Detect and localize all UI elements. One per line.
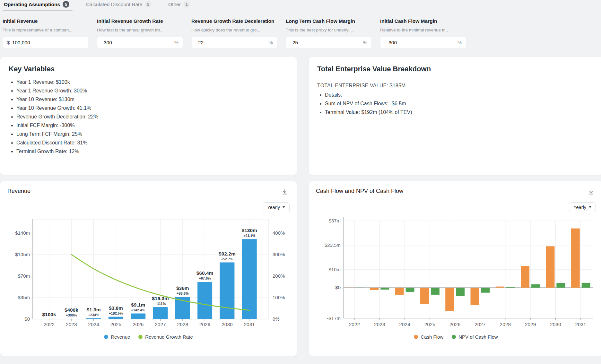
chevron-down-icon: [589, 206, 591, 208]
legend-color-dot: [452, 335, 456, 339]
assumption-input[interactable]: 300 %: [97, 37, 183, 48]
key-variable-item: Year 1 Revenue Growth: 300%: [16, 86, 288, 95]
period-select[interactable]: Yearly: [263, 202, 290, 212]
svg-text:2028: 2028: [177, 322, 188, 327]
assumption-input[interactable]: $ 100,000: [3, 37, 89, 48]
period-select[interactable]: Yearly: [569, 202, 596, 212]
tev-details-list: Details:Sum of NPV of Cash Flows: -$6.5m…: [325, 91, 595, 117]
assumption-value: 300: [104, 40, 112, 46]
legend-label: Cash Flow: [421, 334, 443, 340]
svg-text:2025: 2025: [110, 322, 121, 327]
key-variable-item: Long Term FCF Margin: 25%: [16, 130, 288, 138]
period-label: Yearly: [267, 205, 280, 210]
svg-text:2023: 2023: [66, 322, 77, 327]
assumption-description: This is the best proxy for underlyi...: [286, 28, 372, 32]
cashflow-chart-card: Cash Flow and NPV of Cash Flow Yearly 20…: [309, 181, 601, 356]
key-variables-list: Year 1 Revenue: $100kYear 1 Revenue Grow…: [16, 78, 288, 156]
svg-text:+67.6%: +67.6%: [199, 276, 211, 280]
tab-count-badge: 5: [145, 1, 152, 8]
svg-text:+111%: +111%: [155, 302, 166, 306]
revenue-chart-canvas[interactable]: 2022202320242025202620272028202920302031…: [7, 215, 290, 330]
tab-label: Calculated Discount Rate: [86, 2, 142, 7]
period-label: Yearly: [573, 205, 586, 210]
svg-text:$100k: $100k: [42, 312, 56, 317]
svg-text:2030: 2030: [222, 322, 233, 327]
svg-text:+182.5%: +182.5%: [109, 311, 123, 315]
legend-item[interactable]: Cash Flow: [414, 334, 443, 340]
tab-operating-assumptions[interactable]: Operating Assumptions 5: [3, 1, 71, 11]
assumption-input[interactable]: -300 %: [380, 37, 466, 48]
svg-text:0%: 0%: [273, 316, 280, 322]
assumption-input[interactable]: 25 %: [286, 37, 372, 48]
key-variable-item: Revenue Growth Deceleration: 22%: [16, 112, 288, 121]
cards-grid: Key Variables Year 1 Revenue: $100kYear …: [0, 57, 601, 356]
tab-count-badge: 5: [63, 1, 69, 8]
svg-text:+142.4%: +142.4%: [131, 308, 145, 312]
assumption-label: Initial Revenue Growth Rate: [97, 18, 183, 24]
chart-title: Revenue: [7, 188, 290, 195]
svg-text:2026: 2026: [449, 322, 460, 327]
download-icon[interactable]: [281, 188, 289, 196]
unit-suffix: %: [269, 40, 273, 45]
legend-color-dot: [138, 335, 143, 339]
legend-item[interactable]: Revenue Growth Rate: [138, 334, 193, 340]
svg-text:$1.3m: $1.3m: [87, 307, 101, 312]
assumption-input[interactable]: 22 %: [191, 37, 277, 48]
key-variable-item: Year 10 Revenue: $130m: [16, 95, 288, 104]
assumption-field: Initial Revenue Growth Rate How fast is …: [97, 18, 183, 48]
svg-text:+234%: +234%: [88, 313, 99, 317]
legend-label: Revenue Growth Rate: [145, 334, 193, 340]
svg-text:2029: 2029: [199, 322, 210, 327]
svg-text:+52.7%: +52.7%: [221, 257, 233, 261]
legend-item[interactable]: Revenue: [104, 334, 130, 340]
currency-prefix: $: [7, 40, 10, 46]
tab-label: Operating Assumptions: [4, 2, 60, 7]
assumption-label: Initial Cash Flow Margin: [380, 18, 466, 24]
svg-text:2022: 2022: [349, 322, 360, 327]
svg-text:2027: 2027: [155, 322, 166, 327]
svg-text:+41.1%: +41.1%: [243, 234, 256, 238]
svg-text:$0: $0: [335, 285, 341, 290]
card-title: Key Variables: [9, 65, 288, 73]
assumption-description: How quickly does the revenue gro...: [191, 28, 277, 32]
svg-text:100%: 100%: [273, 295, 285, 300]
tev-detail-item: Sum of NPV of Cash Flows: -$6.5m: [325, 99, 595, 108]
assumption-label: Long Term Cash Flow Margin: [286, 18, 372, 24]
tev-detail-item: Details:: [325, 91, 595, 99]
assumption-field: Initial Revenue This is representative o…: [3, 18, 89, 48]
chevron-down-icon: [283, 206, 285, 208]
tab-calculated-discount-rate[interactable]: Calculated Discount Rate 5: [85, 1, 153, 11]
svg-text:2029: 2029: [525, 322, 536, 327]
legend-item[interactable]: NPV of Cash Flow: [452, 334, 498, 340]
assumption-field: Initial Cash Flow Margin Relative to the…: [380, 18, 466, 48]
cashflow-chart-canvas[interactable]: 2022202320242025202620272028202920302031…: [316, 215, 596, 330]
svg-text:2023: 2023: [374, 322, 385, 327]
svg-text:300%: 300%: [273, 252, 285, 257]
svg-text:+300%: +300%: [66, 313, 77, 317]
svg-text:2026: 2026: [133, 322, 144, 327]
tab-bar: Operating Assumptions 5 Calculated Disco…: [0, 0, 601, 11]
assumption-value: -300: [387, 40, 397, 46]
assumption-value: 100,000: [12, 40, 30, 46]
assumptions-row: Initial Revenue This is representative o…: [0, 11, 601, 57]
tab-count-badge: 1: [183, 1, 190, 8]
tab-other[interactable]: Other 1: [167, 1, 191, 11]
svg-text:2024: 2024: [88, 322, 99, 327]
revenue-chart-legend: Revenue Revenue Growth Rate: [7, 334, 290, 340]
key-variable-item: Terminal Growth Rate: 12%: [16, 147, 288, 156]
assumption-field: Revenue Growth Rate Deceleration How qui…: [191, 18, 277, 48]
key-variable-item: Calculated Discount Rate: 31%: [16, 138, 288, 147]
legend-label: Revenue: [111, 334, 130, 340]
svg-text:$60.4m: $60.4m: [196, 270, 213, 276]
assumption-value: 22: [198, 40, 204, 46]
svg-text:2030: 2030: [550, 322, 561, 327]
unit-suffix: %: [174, 40, 179, 45]
cashflow-chart-legend: Cash Flow NPV of Cash Flow: [316, 334, 596, 340]
svg-text:$10m: $10m: [328, 267, 341, 272]
assumption-label: Revenue Growth Rate Deceleration: [191, 18, 277, 24]
download-icon[interactable]: [587, 188, 595, 196]
svg-text:+86.6%: +86.6%: [177, 291, 189, 295]
svg-text:$92.2m: $92.2m: [219, 251, 236, 256]
svg-text:2031: 2031: [575, 322, 586, 327]
assumption-value: 25: [292, 40, 298, 46]
